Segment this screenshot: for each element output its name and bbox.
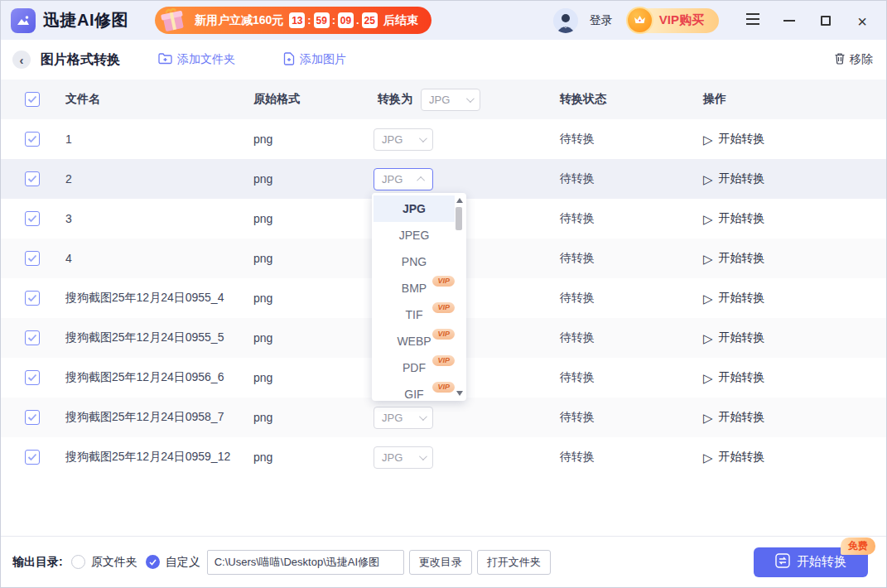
row-action-label: 开始转换	[719, 132, 765, 147]
global-target-select[interactable]: JPG	[421, 89, 480, 111]
file-plus-icon	[283, 52, 295, 68]
row-start-convert-button[interactable]: ▷ 开始转换	[703, 330, 886, 345]
maximize-icon[interactable]	[818, 13, 833, 28]
row-format: png	[253, 451, 374, 464]
radio-unchecked-icon[interactable]	[71, 555, 85, 569]
add-image-button[interactable]: 添加图片	[283, 52, 346, 68]
row-action-label: 开始转换	[719, 330, 765, 345]
countdown-separator: :	[332, 14, 335, 27]
countdown-separator: .	[356, 14, 359, 27]
row-checkbox[interactable]	[25, 171, 40, 186]
countdown: 13:59:09.25	[289, 12, 377, 28]
scrollbar-thumb[interactable]	[456, 207, 462, 230]
play-icon: ▷	[703, 451, 713, 464]
row-filename: 搜狗截图25年12月24日0958_7	[65, 410, 253, 425]
row-format: png	[253, 133, 374, 146]
menu-icon[interactable]	[745, 13, 760, 28]
row-start-convert-button[interactable]: ▷ 开始转换	[703, 251, 886, 266]
row-start-convert-button[interactable]: ▷ 开始转换	[703, 132, 886, 147]
row-filename: 3	[65, 212, 253, 225]
open-folder-button[interactable]: 打开文件夹	[477, 550, 551, 575]
app-title: 迅捷AI修图	[43, 9, 128, 31]
row-checkbox[interactable]	[25, 291, 40, 306]
row-target-value: JPG	[382, 451, 403, 464]
column-source-format: 原始格式	[253, 92, 374, 107]
free-badge: 免费	[841, 537, 875, 555]
vip-label: VIP购买	[659, 12, 704, 28]
promo-banner[interactable]: 新用户立减160元 13:59:09.25 后结束	[155, 7, 431, 34]
dropdown-option-png[interactable]: PNG	[374, 248, 455, 275]
select-all-checkbox[interactable]	[25, 92, 40, 107]
change-dir-button[interactable]: 更改目录	[409, 550, 472, 575]
dropdown-option-bmp[interactable]: BMPVIP	[374, 275, 455, 301]
dropdown-option-tif[interactable]: TIFVIP	[374, 301, 455, 328]
row-checkbox[interactable]	[25, 330, 40, 345]
remove-label: 移除	[850, 52, 873, 67]
row-start-convert-button[interactable]: ▷ 开始转换	[703, 370, 886, 385]
column-filename: 文件名	[65, 92, 253, 107]
row-start-convert-button[interactable]: ▷ 开始转换	[703, 410, 886, 425]
scroll-down-icon[interactable]	[456, 391, 463, 396]
row-start-convert-button[interactable]: ▷ 开始转换	[703, 211, 886, 226]
row-checkbox[interactable]	[25, 211, 40, 226]
row-checkbox[interactable]	[25, 251, 40, 266]
add-folder-button[interactable]: 添加文件夹	[158, 52, 235, 67]
row-target-select[interactable]: JPG	[374, 128, 433, 151]
row-status: 待转换	[560, 291, 703, 306]
minimize-icon[interactable]	[782, 13, 797, 28]
add-image-label: 添加图片	[300, 52, 346, 67]
transfer-icon	[775, 553, 790, 571]
app-window: 迅捷AI修图 新用户立减160元 13:59:09.25 后结束	[0, 0, 887, 588]
play-icon: ▷	[703, 292, 713, 305]
row-start-convert-button[interactable]: ▷ 开始转换	[703, 450, 886, 465]
row-status: 待转换	[560, 211, 703, 226]
row-checkbox[interactable]	[25, 370, 40, 385]
vip-badge: VIP	[432, 355, 455, 366]
play-icon: ▷	[703, 133, 713, 146]
app-logo-icon	[11, 8, 36, 33]
gift-icon	[157, 3, 190, 40]
dropdown-option-jpeg[interactable]: JPEG	[374, 222, 455, 248]
close-icon[interactable]: ×	[855, 13, 870, 28]
login-link[interactable]: 登录	[590, 13, 613, 28]
dropdown-option-label: JPEG	[399, 229, 430, 242]
dropdown-option-pdf[interactable]: PDFVIP	[374, 354, 455, 381]
row-status: 待转换	[560, 251, 703, 266]
row-filename: 2	[65, 172, 253, 186]
radio-checked-icon[interactable]	[146, 555, 160, 569]
dropdown-option-label: JPG	[403, 202, 426, 215]
dropdown-scrollbar[interactable]	[455, 193, 465, 401]
format-dropdown: JPGJPEGPNGBMPVIPTIFVIPWEBPVIPPDFVIPGIFVI…	[372, 193, 466, 401]
row-checkbox[interactable]	[25, 410, 40, 425]
radio-custom[interactable]: 自定义	[146, 555, 200, 570]
row-checkbox[interactable]	[25, 450, 40, 465]
chevron-down-icon	[466, 94, 475, 103]
row-target-select[interactable]: JPG	[374, 446, 433, 469]
user-avatar[interactable]	[553, 8, 578, 33]
dropdown-option-webp[interactable]: WEBPVIP	[374, 328, 455, 354]
back-button[interactable]: ‹	[12, 51, 31, 69]
dropdown-option-label: PDF	[403, 361, 426, 374]
format-dropdown-list: JPGJPEGPNGBMPVIPTIFVIPWEBPVIPPDFVIPGIFVI…	[374, 195, 455, 401]
play-icon: ▷	[703, 372, 713, 384]
row-status: 待转换	[560, 171, 703, 186]
add-folder-label: 添加文件夹	[177, 52, 235, 67]
row-checkbox[interactable]	[25, 132, 40, 147]
row-filename: 1	[65, 133, 253, 146]
remove-button[interactable]: 移除	[834, 52, 873, 67]
row-format: png	[253, 371, 374, 384]
row-action-label: 开始转换	[719, 211, 765, 226]
dropdown-option-gif[interactable]: GIFVIP	[374, 381, 455, 401]
countdown-separator: :	[307, 14, 311, 27]
output-path-input[interactable]	[207, 550, 404, 575]
dropdown-option-jpg[interactable]: JPG	[374, 195, 455, 222]
row-start-convert-button[interactable]: ▷ 开始转换	[703, 291, 886, 306]
row-start-convert-button[interactable]: ▷ 开始转换	[703, 171, 886, 186]
scroll-up-icon[interactable]	[456, 198, 463, 203]
row-target-select[interactable]: JPG	[374, 407, 433, 429]
radio-original-folder[interactable]: 原文件夹	[71, 555, 137, 570]
column-status: 转换状态	[560, 92, 703, 107]
vip-buy-button[interactable]: VIP购买	[628, 8, 719, 33]
start-convert-label: 开始转换	[797, 554, 846, 570]
row-target-select[interactable]: JPG	[374, 168, 433, 190]
